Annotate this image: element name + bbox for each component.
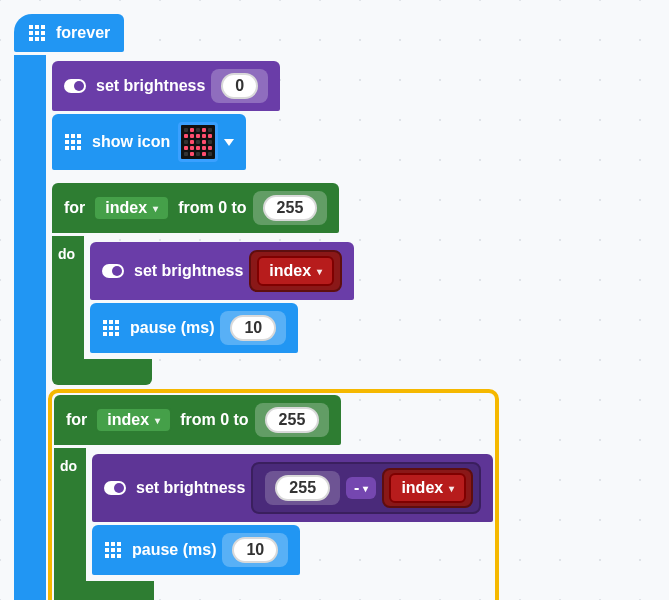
chevron-down-icon: ▾: [155, 415, 160, 426]
basic-category-icon: [28, 24, 46, 42]
chevron-down-icon[interactable]: [224, 139, 234, 146]
for-label: for: [66, 411, 87, 429]
loop-end-value[interactable]: 255: [263, 195, 318, 221]
set-brightness-block[interactable]: set brightness 255 - ▾ index▾: [92, 454, 493, 522]
for-label: for: [64, 199, 85, 217]
forever-block-header[interactable]: forever: [14, 14, 124, 52]
pause-block[interactable]: pause (ms) 10: [90, 303, 298, 353]
loop-end-value[interactable]: 255: [265, 407, 320, 433]
pause-value-slot[interactable]: 10: [220, 311, 286, 345]
basic-category-icon: [104, 541, 122, 559]
chevron-down-icon: ▾: [363, 483, 368, 494]
led-category-icon: [104, 481, 126, 495]
show-icon-label: show icon: [92, 133, 170, 151]
variable-name: index: [269, 262, 311, 280]
brightness-value-slot[interactable]: index▾: [249, 250, 342, 292]
pause-value[interactable]: 10: [230, 315, 276, 341]
show-icon-block[interactable]: show icon: [52, 114, 246, 170]
variable-reporter[interactable]: index▾: [257, 256, 334, 286]
do-label: do: [58, 246, 75, 262]
from-to-label: from 0 to: [178, 199, 246, 217]
variable-reporter[interactable]: index▾: [389, 473, 466, 503]
loop-end-slot[interactable]: 255: [255, 403, 330, 437]
set-brightness-block[interactable]: set brightness index▾: [90, 242, 354, 300]
brightness-value-slot[interactable]: 0: [211, 69, 268, 103]
pause-value-slot[interactable]: 10: [222, 533, 288, 567]
led-category-icon: [102, 264, 124, 278]
forever-rail: [14, 55, 46, 600]
pause-value[interactable]: 10: [232, 537, 278, 563]
set-brightness-label: set brightness: [96, 77, 205, 95]
basic-category-icon: [64, 133, 82, 151]
from-to-label: from 0 to: [180, 411, 248, 429]
operand-left-slot[interactable]: 255: [265, 471, 340, 505]
brightness-value[interactable]: 0: [221, 73, 258, 99]
chevron-down-icon: ▾: [449, 483, 454, 494]
selected-block-highlight: for index▾ from 0 to 255 do set brightne…: [52, 393, 495, 600]
pause-label: pause (ms): [130, 319, 214, 337]
basic-category-icon: [102, 319, 120, 337]
variable-name: index: [401, 479, 443, 497]
set-brightness-block[interactable]: set brightness 0: [52, 61, 280, 111]
loop-variable-name: index: [107, 411, 149, 429]
loop-variable-picker[interactable]: index▾: [95, 407, 172, 433]
set-brightness-label: set brightness: [134, 262, 243, 280]
operator-symbol: -: [354, 479, 359, 497]
loop-variable-name: index: [105, 199, 147, 217]
pause-block[interactable]: pause (ms) 10: [92, 525, 300, 575]
led-category-icon: [64, 79, 86, 93]
math-operator-block[interactable]: 255 - ▾ index▾: [251, 462, 481, 514]
forever-label: forever: [56, 24, 110, 42]
for-loop-header[interactable]: for index▾ from 0 to 255: [52, 183, 339, 233]
loop-end-slot[interactable]: 255: [253, 191, 328, 225]
for-loop-header[interactable]: for index▾ from 0 to 255: [54, 395, 341, 445]
icon-picker[interactable]: [178, 122, 218, 162]
pause-label: pause (ms): [132, 541, 216, 559]
for-loop-footer: [52, 359, 152, 385]
do-label: do: [60, 458, 77, 474]
operand-left[interactable]: 255: [275, 475, 330, 501]
chevron-down-icon: ▾: [153, 203, 158, 214]
loop-variable-picker[interactable]: index▾: [93, 195, 170, 221]
operand-right-slot[interactable]: index▾: [382, 468, 473, 508]
set-brightness-label: set brightness: [136, 479, 245, 497]
operator-picker[interactable]: - ▾: [346, 477, 376, 499]
chevron-down-icon: ▾: [317, 266, 322, 277]
